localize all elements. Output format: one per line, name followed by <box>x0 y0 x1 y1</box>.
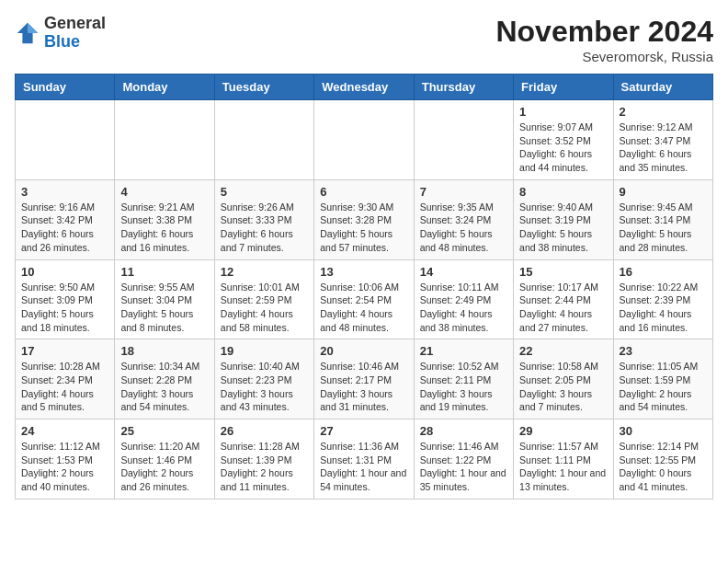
day-number: 19 <box>221 344 308 358</box>
calendar-cell: 6Sunrise: 9:30 AM Sunset: 3:28 PM Daylig… <box>314 179 414 259</box>
day-info: Sunrise: 11:28 AM Sunset: 1:39 PM Daylig… <box>221 440 308 494</box>
calendar-cell: 29Sunrise: 11:57 AM Sunset: 1:11 PM Dayl… <box>514 419 613 500</box>
column-header-friday: Friday <box>514 75 613 100</box>
day-info: Sunrise: 9:55 AM Sunset: 3:04 PM Dayligh… <box>120 281 208 335</box>
day-number: 2 <box>620 105 707 119</box>
day-info: Sunrise: 9:40 AM Sunset: 3:19 PM Dayligh… <box>519 201 607 255</box>
calendar-cell: 30Sunrise: 12:14 PM Sunset: 12:55 PM Day… <box>613 419 712 500</box>
day-info: Sunrise: 10:28 AM Sunset: 2:34 PM Daylig… <box>21 360 108 414</box>
day-info: Sunrise: 10:06 AM Sunset: 2:54 PM Daylig… <box>320 281 407 335</box>
logo: General Blue <box>15 15 106 52</box>
calendar-cell: 5Sunrise: 9:26 AM Sunset: 3:33 PM Daylig… <box>214 179 313 259</box>
column-header-monday: Monday <box>115 75 214 100</box>
calendar-cell <box>314 100 414 180</box>
week-row-1: 1Sunrise: 9:07 AM Sunset: 3:52 PM Daylig… <box>16 100 713 180</box>
calendar-cell: 18Sunrise: 10:34 AM Sunset: 2:28 PM Dayl… <box>115 339 214 419</box>
day-number: 1 <box>519 105 607 119</box>
logo-general: General <box>44 14 106 32</box>
calendar-cell: 9Sunrise: 9:45 AM Sunset: 3:14 PM Daylig… <box>613 179 712 259</box>
logo-icon <box>15 20 40 46</box>
calendar-header-row: SundayMondayTuesdayWednesdayThursdayFrid… <box>16 75 713 100</box>
day-info: Sunrise: 10:01 AM Sunset: 2:59 PM Daylig… <box>221 281 308 335</box>
calendar-cell: 4Sunrise: 9:21 AM Sunset: 3:38 PM Daylig… <box>115 179 214 259</box>
day-number: 15 <box>519 265 607 279</box>
day-number: 5 <box>221 185 308 199</box>
day-number: 8 <box>519 185 607 199</box>
day-number: 24 <box>21 424 108 438</box>
calendar-cell: 22Sunrise: 10:58 AM Sunset: 2:05 PM Dayl… <box>514 339 613 419</box>
day-number: 29 <box>519 424 607 438</box>
calendar-cell: 3Sunrise: 9:16 AM Sunset: 3:42 PM Daylig… <box>16 179 115 259</box>
day-info: Sunrise: 10:40 AM Sunset: 2:23 PM Daylig… <box>221 360 308 414</box>
day-info: Sunrise: 10:58 AM Sunset: 2:05 PM Daylig… <box>519 360 607 414</box>
calendar-table: SundayMondayTuesdayWednesdayThursdayFrid… <box>15 74 713 500</box>
calendar-cell: 8Sunrise: 9:40 AM Sunset: 3:19 PM Daylig… <box>514 179 613 259</box>
calendar-cell: 23Sunrise: 11:05 AM Sunset: 1:59 PM Dayl… <box>613 339 712 419</box>
title-block: November 2024 Severomorsk, Russia <box>495 15 713 64</box>
day-info: Sunrise: 9:50 AM Sunset: 3:09 PM Dayligh… <box>21 281 108 335</box>
calendar-cell: 12Sunrise: 10:01 AM Sunset: 2:59 PM Dayl… <box>214 259 313 339</box>
day-number: 18 <box>120 344 208 358</box>
week-row-3: 10Sunrise: 9:50 AM Sunset: 3:09 PM Dayli… <box>16 259 713 339</box>
day-number: 4 <box>120 185 208 199</box>
calendar-cell: 25Sunrise: 11:20 AM Sunset: 1:46 PM Dayl… <box>115 419 214 500</box>
day-info: Sunrise: 10:34 AM Sunset: 2:28 PM Daylig… <box>120 360 208 414</box>
day-number: 20 <box>320 344 407 358</box>
calendar-cell: 19Sunrise: 10:40 AM Sunset: 2:23 PM Dayl… <box>214 339 313 419</box>
day-info: Sunrise: 10:11 AM Sunset: 2:49 PM Daylig… <box>420 281 507 335</box>
day-number: 30 <box>620 424 707 438</box>
day-number: 7 <box>420 185 507 199</box>
day-info: Sunrise: 9:21 AM Sunset: 3:38 PM Dayligh… <box>120 201 208 255</box>
week-row-2: 3Sunrise: 9:16 AM Sunset: 3:42 PM Daylig… <box>16 179 713 259</box>
day-number: 21 <box>420 344 507 358</box>
calendar-cell: 27Sunrise: 11:36 AM Sunset: 1:31 PM Dayl… <box>314 419 414 500</box>
day-number: 12 <box>221 265 308 279</box>
column-header-sunday: Sunday <box>16 75 115 100</box>
page-header: General Blue November 2024 Severomorsk, … <box>15 15 713 64</box>
day-info: Sunrise: 12:14 PM Sunset: 12:55 PM Dayli… <box>620 440 707 494</box>
month-title: November 2024 <box>495 15 713 49</box>
column-header-wednesday: Wednesday <box>314 75 414 100</box>
day-number: 16 <box>620 265 707 279</box>
day-info: Sunrise: 10:46 AM Sunset: 2:17 PM Daylig… <box>320 360 407 414</box>
day-number: 11 <box>120 265 208 279</box>
calendar-cell: 1Sunrise: 9:07 AM Sunset: 3:52 PM Daylig… <box>514 100 613 180</box>
day-info: Sunrise: 11:20 AM Sunset: 1:46 PM Daylig… <box>120 440 208 494</box>
day-number: 13 <box>320 265 407 279</box>
calendar-cell: 10Sunrise: 9:50 AM Sunset: 3:09 PM Dayli… <box>16 259 115 339</box>
calendar-cell: 13Sunrise: 10:06 AM Sunset: 2:54 PM Dayl… <box>314 259 414 339</box>
calendar-cell: 20Sunrise: 10:46 AM Sunset: 2:17 PM Dayl… <box>314 339 414 419</box>
calendar-cell <box>414 100 513 180</box>
day-info: Sunrise: 9:30 AM Sunset: 3:28 PM Dayligh… <box>320 201 407 255</box>
day-number: 10 <box>21 265 108 279</box>
week-row-4: 17Sunrise: 10:28 AM Sunset: 2:34 PM Dayl… <box>16 339 713 419</box>
day-info: Sunrise: 11:36 AM Sunset: 1:31 PM Daylig… <box>320 440 407 494</box>
column-header-tuesday: Tuesday <box>214 75 313 100</box>
logo-text: General Blue <box>44 15 106 52</box>
day-info: Sunrise: 10:17 AM Sunset: 2:44 PM Daylig… <box>519 281 607 335</box>
day-number: 26 <box>221 424 308 438</box>
day-info: Sunrise: 11:12 AM Sunset: 1:53 PM Daylig… <box>21 440 108 494</box>
day-number: 23 <box>620 344 707 358</box>
day-info: Sunrise: 9:12 AM Sunset: 3:47 PM Dayligh… <box>620 121 707 175</box>
day-number: 17 <box>21 344 108 358</box>
calendar-cell: 17Sunrise: 10:28 AM Sunset: 2:34 PM Dayl… <box>16 339 115 419</box>
day-number: 22 <box>519 344 607 358</box>
calendar-cell: 2Sunrise: 9:12 AM Sunset: 3:47 PM Daylig… <box>613 100 712 180</box>
svg-marker-1 <box>28 23 38 33</box>
day-info: Sunrise: 11:46 AM Sunset: 1:22 PM Daylig… <box>420 440 507 494</box>
day-number: 9 <box>620 185 707 199</box>
day-info: Sunrise: 11:57 AM Sunset: 1:11 PM Daylig… <box>519 440 607 494</box>
week-row-5: 24Sunrise: 11:12 AM Sunset: 1:53 PM Dayl… <box>16 419 713 500</box>
day-info: Sunrise: 9:35 AM Sunset: 3:24 PM Dayligh… <box>420 201 507 255</box>
day-number: 3 <box>21 185 108 199</box>
day-number: 6 <box>320 185 407 199</box>
day-info: Sunrise: 9:45 AM Sunset: 3:14 PM Dayligh… <box>620 201 707 255</box>
calendar-cell: 11Sunrise: 9:55 AM Sunset: 3:04 PM Dayli… <box>115 259 214 339</box>
calendar-cell: 15Sunrise: 10:17 AM Sunset: 2:44 PM Dayl… <box>514 259 613 339</box>
day-number: 28 <box>420 424 507 438</box>
calendar-cell <box>214 100 313 180</box>
day-info: Sunrise: 9:26 AM Sunset: 3:33 PM Dayligh… <box>221 201 308 255</box>
column-header-saturday: Saturday <box>613 75 712 100</box>
day-info: Sunrise: 10:22 AM Sunset: 2:39 PM Daylig… <box>620 281 707 335</box>
